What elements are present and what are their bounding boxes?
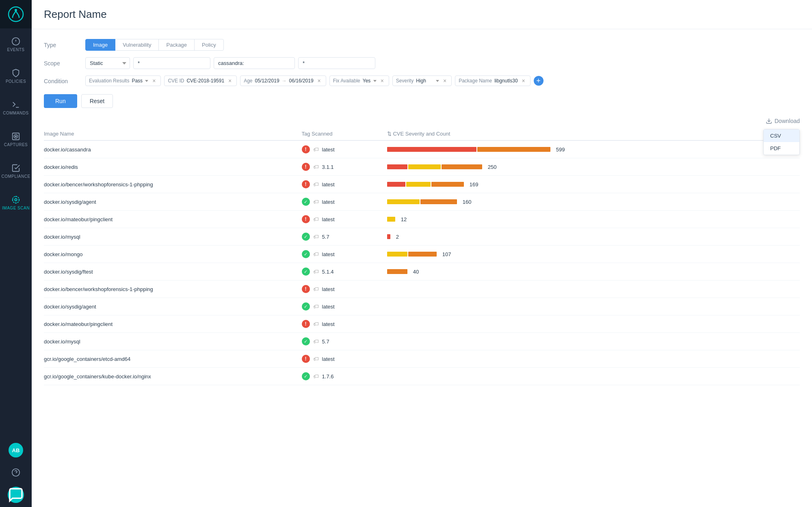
tag-icon: 🏷 <box>313 268 319 275</box>
sidebar-item-commands[interactable]: COMMANDS <box>0 92 32 123</box>
cve-id-label: CVE ID <box>168 78 184 84</box>
fix-available-select[interactable]: Yes No <box>363 78 377 84</box>
fix-available-close[interactable]: × <box>379 78 385 84</box>
tab-policy[interactable]: Policy <box>194 39 224 51</box>
table-row[interactable]: docker.io/mongo ✓ 🏷 latest 107 <box>44 246 800 263</box>
run-button[interactable]: Run <box>44 94 77 108</box>
table-row[interactable]: docker.io/sysdig/agent ✓ 🏷 latest 160 <box>44 193 800 211</box>
status-ok-icon: ✓ <box>302 268 310 276</box>
scope-dropdown[interactable]: Static Dynamic <box>85 57 130 69</box>
tag-value: latest <box>322 147 335 153</box>
chat-button[interactable] <box>0 483 32 507</box>
sidebar-item-image-scan[interactable]: IMAGE SCAN <box>0 187 32 218</box>
fix-available-label: Fix Available <box>333 78 360 84</box>
eval-results-select[interactable]: Pass Fail <box>132 78 148 84</box>
scope-filter-row: Scope Static Dynamic <box>44 57 800 69</box>
table-row[interactable]: docker.io/mysql ✓ 🏷 5.7 <box>44 333 800 350</box>
tab-image[interactable]: Image <box>85 39 115 51</box>
tag-icon: 🏷 <box>313 251 319 257</box>
svg-point-8 <box>15 136 17 137</box>
condition-filter-row: Condition Evaluation Results Pass Fail ×… <box>44 76 800 86</box>
table-row[interactable]: docker.io/cassandra ! 🏷 latest 599 <box>44 140 800 158</box>
tab-package[interactable]: Package <box>158 39 195 51</box>
download-button[interactable]: Download <box>766 118 800 124</box>
tag-icon: 🏷 <box>313 181 319 188</box>
tag-icon: 🏷 <box>313 373 319 380</box>
cve-bar <box>387 269 407 274</box>
cve-severity-cell: 107 <box>387 246 800 263</box>
status-ok-icon: ✓ <box>302 250 310 258</box>
results-section: Download CSV PDF Image Name Tag Scanned … <box>44 118 800 385</box>
tag-value: latest <box>322 321 335 327</box>
age-label: Age <box>244 78 252 84</box>
help-icon-container[interactable] <box>0 462 32 483</box>
table-row[interactable]: docker.io/mateobur/pingclient ! 🏷 latest… <box>44 211 800 228</box>
cve-count: 2 <box>396 234 399 240</box>
cve-severity-cell: 250 <box>387 158 800 176</box>
tag-value: latest <box>322 286 335 292</box>
age-close[interactable]: × <box>316 78 323 84</box>
results-table: Image Name Tag Scanned ⇅ CVE Severity an… <box>44 127 800 385</box>
tag-scanned-cell: ✓ 🏷 1.7.6 <box>302 368 387 385</box>
table-row[interactable]: docker.io/mysql ✓ 🏷 5.7 2 <box>44 228 800 246</box>
table-row[interactable]: gcr.io/google_containers/kube-docker.io/… <box>44 368 800 385</box>
sidebar-item-captures[interactable]: CAPTURES <box>0 123 32 155</box>
tag-icon: 🏷 <box>313 356 319 362</box>
add-condition-button[interactable]: + <box>534 76 543 86</box>
cve-severity-cell <box>387 315 800 333</box>
download-csv[interactable]: CSV <box>764 129 799 142</box>
tag-scanned-cell: ! 🏷 latest <box>302 140 387 158</box>
tag-value: latest <box>322 251 335 257</box>
image-name-cell: docker.io/mysql <box>44 333 302 350</box>
severity-close[interactable]: × <box>442 78 448 84</box>
cve-count: 40 <box>413 269 419 275</box>
cve-id-close[interactable]: × <box>227 78 233 84</box>
table-row[interactable]: docker.io/sysdig/agent ✓ 🏷 latest <box>44 298 800 315</box>
logo[interactable] <box>0 0 32 28</box>
tag-value: latest <box>322 216 335 222</box>
table-row[interactable]: gcr.io/google_containers/etcd-amd64 ! 🏷 … <box>44 350 800 368</box>
cve-bar <box>387 182 464 187</box>
package-name-value: libgnutls30 <box>494 78 518 84</box>
table-row[interactable]: docker.io/bencer/workshopforensics-1-php… <box>44 280 800 298</box>
cve-severity-cell: 40 <box>387 263 800 280</box>
cve-bar <box>387 147 550 152</box>
table-row[interactable]: docker.io/mateobur/pingclient ! 🏷 latest <box>44 315 800 333</box>
condition-fix-available: Fix Available Yes No × <box>329 76 389 86</box>
action-buttons: Run Reset <box>44 94 800 108</box>
cve-severity-cell: 2 <box>387 228 800 246</box>
avatar[interactable]: AB <box>9 443 23 457</box>
severity-select[interactable]: Critical High Medium Low <box>416 78 439 84</box>
condition-eval-results: Evaluation Results Pass Fail × <box>85 76 161 86</box>
condition-severity: Severity Critical High Medium Low × <box>392 76 452 86</box>
status-error-icon: ! <box>302 285 310 293</box>
sidebar-item-events[interactable]: EVENTS <box>0 28 32 60</box>
scope-input-3[interactable] <box>298 57 375 69</box>
status-error-icon: ! <box>302 355 310 363</box>
tag-value: 5.1.4 <box>322 269 334 275</box>
sidebar-item-policies[interactable]: POLICIES <box>0 60 32 92</box>
scope-input-2[interactable] <box>214 57 295 69</box>
reset-button[interactable]: Reset <box>81 94 113 108</box>
tab-vulnerability[interactable]: Vulnerability <box>115 39 159 51</box>
col-cve-severity[interactable]: ⇅ CVE Severity and Count <box>387 127 800 140</box>
table-row[interactable]: docker.io/bencer/workshopforensics-1-php… <box>44 176 800 193</box>
main-content: Report Name Type Image Vulnerability Pac… <box>32 0 812 507</box>
scope-input-1[interactable] <box>133 57 210 69</box>
sidebar-item-policies-label: POLICIES <box>6 79 26 84</box>
eval-results-close[interactable]: × <box>151 78 157 84</box>
package-name-close[interactable]: × <box>520 78 527 84</box>
sidebar-item-compliance[interactable]: COMPLIANCE <box>0 155 32 187</box>
tag-scanned-cell: ! 🏷 latest <box>302 315 387 333</box>
table-row[interactable]: docker.io/sysdig/ftest ✓ 🏷 5.1.4 40 <box>44 263 800 280</box>
image-name-cell: docker.io/sysdig/ftest <box>44 263 302 280</box>
cve-severity-cell <box>387 280 800 298</box>
tag-icon: 🏷 <box>313 146 319 153</box>
download-pdf[interactable]: PDF <box>764 142 799 155</box>
table-row[interactable]: docker.io/redis ! 🏷 3.1.1 250 <box>44 158 800 176</box>
download-label: Download <box>775 118 800 124</box>
svg-point-9 <box>15 198 17 201</box>
tag-icon: 🏷 <box>313 303 319 310</box>
image-name-cell: docker.io/sysdig/agent <box>44 193 302 211</box>
cve-bar <box>387 217 395 222</box>
